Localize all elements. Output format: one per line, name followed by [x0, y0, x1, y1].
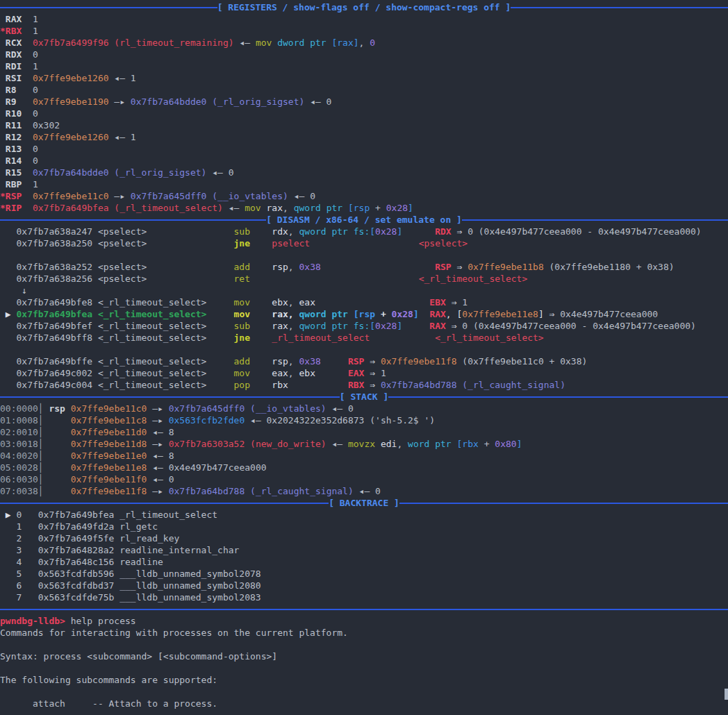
disasm-header-title: [ DISASM / x86-64 / set emulate on ]	[266, 214, 462, 226]
stack-header-title: [ STACK ]	[340, 391, 388, 403]
backtrace-line: 5 0x563fcdfdb596 ___lldb_unnamed_symbol2…	[0, 568, 728, 580]
registers-line: RCX 0x7fb7a6499f96 (rl_timeout_remaining…	[0, 37, 728, 49]
disasm-line: 0x7fb7a649bff8 <_rl_timeout_select> jne …	[0, 332, 728, 344]
registers-line: *RIP 0x7fb7a649bfea (_rl_timeout_select)…	[0, 202, 728, 214]
backtrace-line: 4 0x7fb7a648c156 readline	[0, 556, 728, 568]
disasm-line: 0x7fb7a638a256 <pselect> ret <_rl_timeou…	[0, 273, 728, 285]
disasm-line: 0x7fb7a649bffe <_rl_timeout_select> add …	[0, 355, 728, 367]
backtrace-header: [ BACKTRACE ]	[0, 497, 728, 509]
registers-line: R9 0x7ffe9ebe1190 —▸ 0x7fb7a64bdde0 (_rl…	[0, 96, 728, 108]
stack-line: 05:0028│ 0x7ffe9ebe11e8 ◂— 0x4e497b477ce…	[0, 462, 728, 473]
terminal-content: [ REGISTERS / show-flags off / show-comp…	[0, 1, 728, 709]
disasm-line: 0x7fb7a649c004 <_rl_timeout_select> pop …	[0, 379, 728, 391]
backtrace-line: 7 0x563fcdfde75b ___lldb_unnamed_symbol2…	[0, 591, 728, 603]
stack-line: 03:0018│ 0x7ffe9ebe11d8 —▸ 0x7fb7a6303a5…	[0, 438, 728, 450]
registers-line: RAX 1	[0, 13, 728, 25]
backtrace-line: 2 0x7fb7a649f5fe rl_read_key	[0, 532, 728, 544]
disasm-line: 0x7fb7a638a247 <pselect> sub rdx, qword …	[0, 226, 728, 237]
stack-line: 01:0008│ 0x7ffe9ebe11c8 —▸ 0x563fcfb2fde…	[0, 414, 728, 426]
stack-line: 02:0010│ 0x7ffe9ebe11d0 ◂— 8	[0, 426, 728, 438]
stack-line: 00:0000│ rsp 0x7ffe9ebe11c0 —▸ 0x7fb7a64…	[0, 403, 728, 414]
section-registers: [ REGISTERS / show-flags off / show-comp…	[0, 1, 728, 214]
pwndbg-terminal: [ REGISTERS / show-flags off / show-comp…	[0, 0, 728, 715]
console-separator	[0, 603, 728, 615]
section-console: pwndbg-lldb> help processCommands for in…	[0, 603, 728, 709]
registers-line: RBP 1	[0, 178, 728, 190]
stack-header: [ STACK ]	[0, 391, 728, 403]
disasm-header: [ DISASM / x86-64 / set emulate on ]	[0, 214, 728, 226]
section-stack: [ STACK ]00:0000│ rsp 0x7ffe9ebe11c0 —▸ …	[0, 391, 728, 497]
stack-line: 06:0030│ 0x7ffe9ebe11f0 ◂— 0	[0, 473, 728, 485]
registers-line: *RSP 0x7ffe9ebe11c0 —▸ 0x7fb7a645dff0 (_…	[0, 190, 728, 202]
registers-line: R12 0x7ffe9ebe1260 ◂— 1	[0, 131, 728, 143]
disasm-line: ▶ 0x7fb7a649bfea <_rl_timeout_select> mo…	[0, 308, 728, 320]
backtrace-header-title: [ BACKTRACE ]	[329, 497, 399, 509]
backtrace-line: 1 0x7fb7a649fd2a rl_getc	[0, 521, 728, 532]
console-line[interactable]: Syntax: process <subcommand> [<subcomman…	[0, 650, 728, 662]
disasm-line: 0x7fb7a649bfe8 <_rl_timeout_select> mov …	[0, 296, 728, 308]
console-line[interactable]: pwndbg-lldb> help process	[0, 615, 728, 627]
registers-line: *RBX 1	[0, 25, 728, 37]
registers-header-title: [ REGISTERS / show-flags off / show-comp…	[217, 1, 511, 13]
section-disasm: [ DISASM / x86-64 / set emulate on ] 0x7…	[0, 214, 728, 391]
disasm-line: 0x7fb7a649c002 <_rl_timeout_select> mov …	[0, 367, 728, 379]
console-line[interactable]: The following subcommands are supported:	[0, 674, 728, 686]
registers-line: R8 0	[0, 84, 728, 96]
console-line[interactable]: Commands for interacting with processes …	[0, 627, 728, 639]
backtrace-line: 3 0x7fb7a64828a2 readline_internal_char	[0, 544, 728, 556]
scrollbar-thumb[interactable]	[725, 689, 728, 700]
console-line[interactable]: attach -- Attach to a process.	[0, 698, 728, 709]
backtrace-line: 6 0x563fcdfdbd37 ___lldb_unnamed_symbol2…	[0, 580, 728, 591]
registers-line: R11 0x302	[0, 119, 728, 131]
backtrace-line: ▶ 0 0x7fb7a649bfea _rl_timeout_select	[0, 509, 728, 521]
console-line[interactable]	[0, 662, 728, 674]
disasm-line: 0x7fb7a649bfef <_rl_timeout_select> sub …	[0, 320, 728, 332]
disasm-line	[0, 249, 728, 261]
stack-line: 07:0038│ 0x7ffe9ebe11f8 —▸ 0x7fb7a64bd78…	[0, 485, 728, 497]
registers-line: R13 0	[0, 143, 728, 155]
registers-line: R14 0	[0, 155, 728, 167]
disasm-line: ↓	[0, 285, 728, 296]
registers-line: RDX 0	[0, 49, 728, 60]
disasm-line: 0x7fb7a638a250 <pselect> jne pselect <ps…	[0, 237, 728, 249]
console-line[interactable]	[0, 686, 728, 698]
registers-line: R10 0	[0, 108, 728, 119]
stack-line: 04:0020│ 0x7ffe9ebe11e0 ◂— 8	[0, 450, 728, 462]
console-line[interactable]	[0, 639, 728, 650]
disasm-line	[0, 344, 728, 355]
registers-line: RSI 0x7ffe9ebe1260 ◂— 1	[0, 72, 728, 84]
registers-line: R15 0x7fb7a64bdde0 (_rl_orig_sigset) ◂— …	[0, 167, 728, 178]
registers-header: [ REGISTERS / show-flags off / show-comp…	[0, 1, 728, 13]
registers-line: RDI 1	[0, 60, 728, 72]
disasm-line: 0x7fb7a638a252 <pselect> add rsp, 0x38 R…	[0, 261, 728, 273]
section-backtrace: [ BACKTRACE ] ▶ 0 0x7fb7a649bfea _rl_tim…	[0, 497, 728, 603]
